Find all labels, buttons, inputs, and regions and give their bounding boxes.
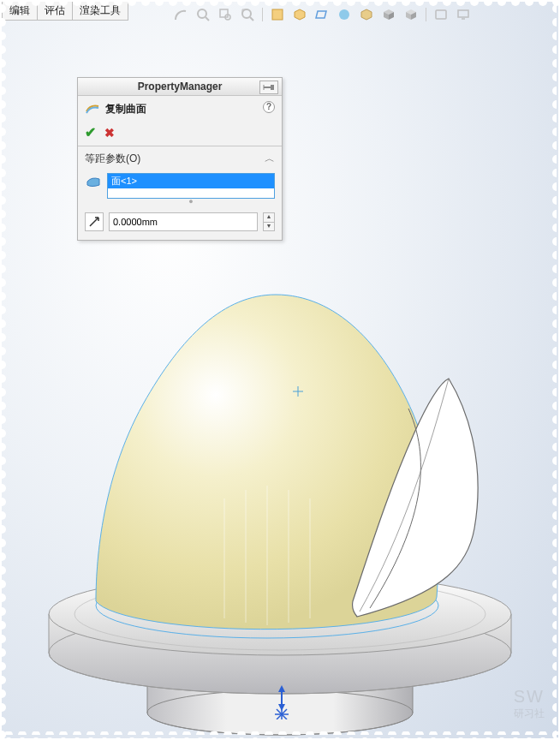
render-icon[interactable] xyxy=(433,7,449,22)
ok-button[interactable]: ✔ xyxy=(85,124,96,140)
iso-cube2-icon[interactable] xyxy=(403,7,419,22)
pm-title-bar: PropertyManager xyxy=(78,78,282,96)
selected-face-item[interactable]: 面<1> xyxy=(108,174,274,188)
scene-icon[interactable] xyxy=(337,7,352,22)
face-select-icon xyxy=(85,173,102,190)
origin-marker xyxy=(271,685,292,719)
svg-marker-31 xyxy=(278,685,285,692)
iso-cube-icon[interactable] xyxy=(381,7,396,22)
viewport-3d[interactable]: 编辑 评估 渲染工具 PropertyManager xyxy=(2,2,558,738)
display-style-icon[interactable] xyxy=(314,7,330,22)
watermark-line1: SW xyxy=(514,687,545,707)
cancel-button[interactable]: ✖ xyxy=(104,126,115,140)
pin-icon[interactable] xyxy=(259,81,278,94)
tab-evaluate[interactable]: 评估 xyxy=(38,2,73,21)
svg-rect-18 xyxy=(271,85,274,90)
zoom-prev-icon[interactable] xyxy=(240,7,255,22)
heads-up-toolbar xyxy=(173,5,550,24)
zoom-area-icon[interactable] xyxy=(217,7,233,22)
tab-edit[interactable]: 编辑 xyxy=(2,2,38,21)
spin-up-button[interactable]: ▲ xyxy=(263,212,275,222)
svg-point-12 xyxy=(242,9,251,18)
pm-section-label: 等距参数(O) xyxy=(85,152,140,166)
svg-line-9 xyxy=(206,17,209,21)
toolbar-separator xyxy=(262,8,263,21)
svg-rect-16 xyxy=(458,10,468,17)
screen-icon[interactable] xyxy=(456,7,471,22)
view-orient-icon[interactable] xyxy=(292,7,307,22)
spin-down-button[interactable]: ▼ xyxy=(263,222,275,231)
pm-ok-cancel-row: ✔ ✖ xyxy=(78,121,282,146)
section-icon[interactable] xyxy=(270,7,285,22)
toolbar-separator xyxy=(426,8,426,21)
arc-icon[interactable] xyxy=(173,7,188,22)
chevron-up-icon: ︿ xyxy=(265,152,275,166)
svg-point-14 xyxy=(339,9,349,20)
pm-feature-header: 复制曲面 ? xyxy=(78,96,282,121)
watermark-line2: 研习社 xyxy=(514,707,545,721)
zoom-fit-icon[interactable] xyxy=(195,7,211,22)
svg-rect-13 xyxy=(272,9,283,20)
face-selection-list[interactable]: 面<1> xyxy=(107,173,275,199)
watermark: SW 研习社 xyxy=(514,687,545,721)
offset-distance-input[interactable] xyxy=(109,212,258,231)
svg-point-8 xyxy=(198,9,206,18)
tab-render-tools[interactable]: 渲染工具 xyxy=(73,2,128,21)
svg-rect-15 xyxy=(436,10,446,19)
command-tabs: 编辑 评估 渲染工具 xyxy=(2,2,128,21)
svg-rect-10 xyxy=(220,9,228,17)
pm-feature-label: 复制曲面 xyxy=(105,102,146,116)
pm-section-body: 面<1> ● ▲ ▼ xyxy=(78,170,282,240)
help-icon[interactable]: ? xyxy=(263,101,275,113)
pm-section-header[interactable]: 等距参数(O) ︿ xyxy=(78,146,282,170)
pm-title-text: PropertyManager xyxy=(138,81,223,92)
shadow-icon[interactable] xyxy=(359,7,374,22)
surface-offset-icon xyxy=(85,101,100,117)
list-resize-handle[interactable]: ● xyxy=(107,199,275,204)
offset-distance-icon[interactable] xyxy=(85,212,104,231)
property-manager-panel: PropertyManager 复制曲面 ? ✔ ✖ 等距参数(O) ︿ xyxy=(77,77,283,241)
